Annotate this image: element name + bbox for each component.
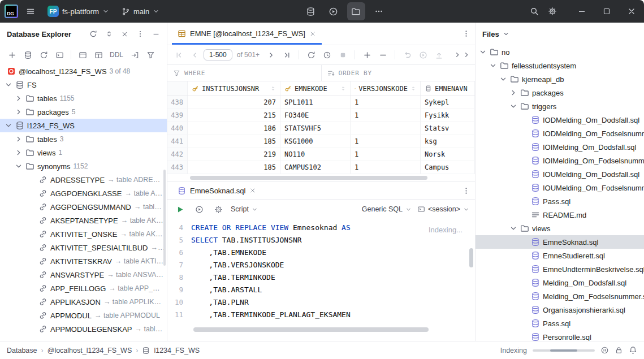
files-node-file[interactable]: IOUMelding_Om_Dodsfall.sql	[476, 167, 644, 181]
sort-toggle-icon[interactable]	[270, 85, 276, 92]
files-node-file[interactable]: Melding_Om_Fodselsnummer.sql	[476, 289, 644, 303]
chevron-right-icon[interactable]	[15, 149, 23, 157]
overflow-chevron-icon[interactable]	[463, 51, 470, 59]
next-page-button[interactable]	[264, 48, 278, 62]
editor-hscrollbar-thumb[interactable]	[193, 327, 429, 332]
row-number[interactable]: 439	[167, 109, 188, 122]
row-number[interactable]: 442	[167, 148, 188, 161]
synonym-node[interactable]: APPLIKASJON → table APPLIKASJON	[0, 295, 167, 309]
files-node-folder[interactable]: kjerneapi_db	[476, 72, 644, 86]
dialect-dropdown[interactable]: Generic SQL	[362, 205, 412, 213]
files-node-file[interactable]: Pass.sql	[476, 317, 644, 330]
chevron-down-icon[interactable]	[489, 62, 497, 70]
files-node-file[interactable]: README.md	[476, 208, 644, 222]
database-tool-button[interactable]	[302, 2, 320, 20]
where-filter-field[interactable]: WHERE	[167, 65, 321, 81]
more-tools-button[interactable]	[370, 2, 388, 20]
chevron-right-icon[interactable]	[15, 108, 23, 116]
cell-emnekode[interactable]: NO110	[280, 148, 351, 161]
cell-versjonskode[interactable]: 1	[351, 161, 421, 174]
column-header-versjonskode[interactable]: VERSJONSKODE	[351, 81, 421, 96]
close-button[interactable]	[619, 0, 644, 23]
overflow-chevron-icon[interactable]	[453, 51, 461, 59]
tab-emnesoknad-sql[interactable]: EmneSoknad.sql	[172, 182, 262, 199]
page-range[interactable]: 1-500	[204, 49, 232, 60]
row-number[interactable]: 441	[167, 135, 188, 148]
cell-institusjonsnr[interactable]: 185	[188, 161, 280, 174]
db-node-group[interactable]: packages 5	[0, 105, 167, 119]
chevron-down-icon[interactable]	[15, 162, 23, 170]
synonym-node[interactable]: APP_FEILLOGG → table APP_FEILLOGG	[0, 282, 167, 295]
run-mode-dropdown[interactable]: Script	[231, 205, 258, 213]
tree-scrollbar[interactable]	[163, 170, 166, 266]
cell-institusjonsnr[interactable]: 186	[188, 122, 280, 135]
column-header-emnenavn[interactable]: EMNENAVN	[421, 81, 475, 96]
chevron-right-icon[interactable]	[15, 135, 23, 143]
chevron-right-icon[interactable]	[509, 89, 517, 97]
files-node-file[interactable]: IODMelding_Om_Fodselsnummer.sql	[476, 127, 644, 140]
cell-institusjonsnr[interactable]: 219	[188, 148, 280, 161]
db-node-schema[interactable]: FS	[0, 78, 167, 92]
chevron-down-icon[interactable]	[5, 81, 12, 89]
synonym-node[interactable]: APPMODULEGENSKAP → table APPMODULEGENSKA…	[0, 322, 167, 336]
reload-data-button[interactable]	[304, 48, 318, 62]
preview-changes-button[interactable]	[416, 48, 430, 62]
chevron-down-icon[interactable]	[499, 75, 507, 83]
synonym-node[interactable]: AKTIVITET_SPESIALTILBUD → table AKTIVITE…	[0, 241, 167, 254]
stop-query-button[interactable]	[336, 48, 349, 62]
submit-changes-button[interactable]	[432, 48, 446, 62]
cell-institusjonsnr[interactable]: 207	[188, 96, 280, 109]
chevron-down-icon[interactable]	[509, 102, 517, 110]
order-by-filter-field[interactable]: ORDER BY	[321, 65, 476, 81]
cell-versjonskode[interactable]: 1	[351, 148, 421, 161]
close-tab-icon[interactable]	[249, 187, 256, 194]
sync-icon[interactable]	[89, 30, 97, 38]
tab-options-icon[interactable]	[462, 29, 470, 38]
synonym-node[interactable]: ANSVARSTYPE → table ANSVARSTYPE	[0, 268, 167, 282]
data-source-button[interactable]	[20, 47, 35, 62]
files-node-file[interactable]: Melding_Om_Dodsfall.sql	[476, 276, 644, 289]
previous-page-button[interactable]	[188, 48, 201, 62]
db-node-group[interactable]: tables 1155	[0, 92, 167, 105]
editor-settings-button[interactable]	[211, 202, 225, 216]
lock-icon[interactable]	[615, 346, 623, 354]
cell-emnekode[interactable]: SPL1011	[280, 96, 351, 109]
synonym-node[interactable]: APPMODUL → table APPMODUL	[0, 309, 167, 322]
chevron-down-icon[interactable]	[479, 48, 487, 56]
files-node-folder[interactable]: no	[476, 45, 644, 59]
files-node-folder[interactable]: fellesstudentsystem	[476, 59, 644, 72]
files-node-file[interactable]: EmneUndterminBeskrivelse.sql	[476, 262, 644, 276]
synonym-node[interactable]: AKSEPTANSETYPE → table AKSEPTANSETYPE	[0, 214, 167, 227]
cell-institusjonsnr[interactable]: 185	[188, 135, 280, 148]
add-row-button[interactable]	[360, 48, 374, 62]
ddl-button[interactable]: DDL	[107, 47, 126, 62]
cell-emnekode[interactable]: KSG1000	[280, 135, 351, 148]
chevron-down-icon[interactable]	[5, 122, 12, 129]
files-node-file[interactable]: IOUMelding_Om_Fodselsnummer.sql	[476, 181, 644, 194]
db-node-group[interactable]: views 1	[0, 146, 167, 159]
db-node-group[interactable]: synonyms 1152	[0, 159, 167, 173]
files-node-folder[interactable]: triggers	[476, 100, 644, 113]
minimize-button[interactable]	[569, 0, 594, 23]
chevron-right-icon[interactable]	[15, 94, 23, 102]
sort-toggle-icon[interactable]	[410, 85, 416, 92]
breadcrumb-schema[interactable]: l1234_FS_WS	[154, 347, 200, 354]
row-number[interactable]: 443	[167, 161, 188, 174]
tab-options-icon[interactable]	[462, 187, 470, 195]
column-header-institusjonsnr[interactable]: INSTITUSJONSNR	[188, 81, 280, 96]
collapse-all-icon[interactable]	[121, 31, 128, 38]
project-selector[interactable]: FP fs-plattform	[43, 3, 114, 19]
notifications-bell-icon[interactable]	[629, 346, 637, 354]
synonym-node[interactable]: AKTIVITETSKRAV → table AKTIVITETSKRAV	[0, 254, 167, 268]
files-node-folder[interactable]: packages	[476, 86, 644, 100]
files-node-file[interactable]: IOIMelding_Om_Fodselsnummer.sql	[476, 154, 644, 167]
revert-changes-button[interactable]	[400, 48, 414, 62]
run-button[interactable]	[173, 202, 187, 216]
sql-code-editor[interactable]: 4CREATE OR REPLACE VIEW Emnesoknad AS 5S…	[167, 219, 475, 341]
chevron-down-icon[interactable]	[509, 224, 517, 232]
cell-emnenavn[interactable]: Statsv	[421, 122, 475, 135]
filter-button[interactable]	[143, 47, 158, 62]
tab-emne-table[interactable]: EMNE [@localhost_l1234_FS_WS]	[172, 23, 322, 45]
first-page-button[interactable]	[172, 48, 185, 62]
synonym-node[interactable]: ADRESSETYPE → table ADRESSETYPE	[0, 173, 167, 187]
